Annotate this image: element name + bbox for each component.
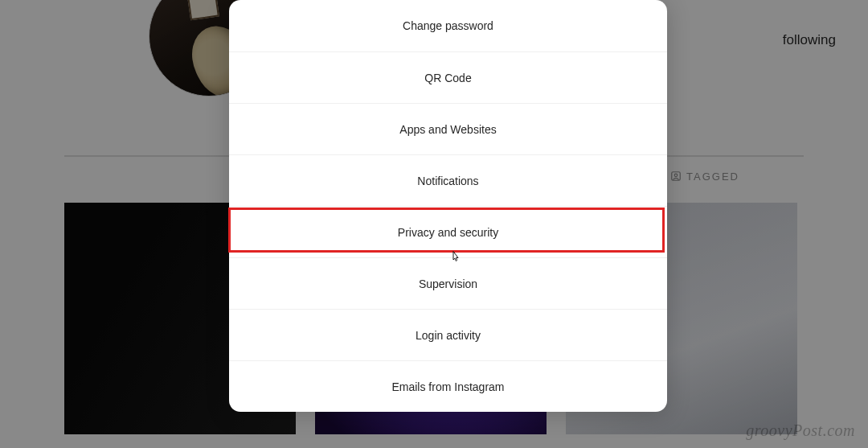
- menu-item-label: Supervision: [419, 277, 477, 290]
- menu-item-label: Login activity: [416, 329, 481, 342]
- menu-item-emails-from-instagram[interactable]: Emails from Instagram: [229, 360, 667, 412]
- menu-item-supervision[interactable]: Supervision: [229, 257, 667, 309]
- menu-item-privacy-and-security[interactable]: Privacy and security: [229, 206, 667, 257]
- menu-item-login-activity[interactable]: Login activity: [229, 309, 667, 360]
- menu-item-apps-and-websites[interactable]: Apps and Websites: [229, 103, 667, 154]
- menu-item-label: Notifications: [417, 175, 478, 187]
- settings-menu: Change password QR Code Apps and Website…: [229, 0, 667, 412]
- menu-item-label: Privacy and security: [398, 226, 498, 239]
- menu-item-change-password[interactable]: Change password: [229, 0, 667, 51]
- menu-item-label: Emails from Instagram: [391, 380, 504, 393]
- menu-item-qr-code[interactable]: QR Code: [229, 51, 667, 103]
- menu-item-label: Change password: [403, 19, 493, 32]
- menu-item-notifications[interactable]: Notifications: [229, 154, 667, 206]
- menu-item-label: Apps and Websites: [399, 123, 496, 136]
- menu-item-label: QR Code: [424, 72, 471, 84]
